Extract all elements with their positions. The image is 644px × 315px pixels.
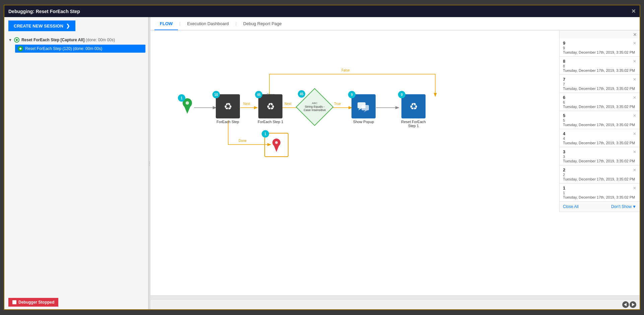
debugger-stopped-button[interactable]: Debugger Stopped: [8, 298, 58, 307]
arrow-icon: ❯: [66, 23, 70, 29]
end-box: 1: [264, 133, 288, 157]
notif-item-2-header: 2 ✕: [563, 167, 636, 172]
left-bottom: Debugger Stopped: [4, 295, 148, 309]
string-equals-text: ABC String Equals - Case Insensitive: [303, 102, 326, 112]
create-session-button[interactable]: CREATE NEW SESSION ❯: [8, 20, 75, 31]
notif-item-9-detail: 9: [563, 46, 636, 50]
svg-text:False: False: [341, 68, 350, 72]
notif-item-9: 9 ✕ 9 Tuesday, December 17th, 2019, 3:35…: [560, 39, 640, 57]
foreach-step-node[interactable]: 10 ♻ ForEach Step: [216, 94, 240, 124]
notif-item-5-close[interactable]: ✕: [633, 113, 636, 118]
notif-item-4-header: 4 ✕: [563, 131, 636, 136]
svg-point-20: [275, 141, 278, 144]
svg-marker-17: [364, 110, 367, 112]
content-area: CREATE NEW SESSION ❯ ▼ Reset ForEach Ste…: [4, 17, 640, 309]
show-popup-badge: 9: [348, 91, 356, 98]
svg-marker-19: [274, 145, 279, 152]
stop-icon: [12, 300, 16, 304]
recycle-icon-3: ♻: [409, 101, 418, 112]
notif-item-3: 3 ✕ 3 Tuesday, December 17th, 2019, 3:35…: [560, 147, 640, 165]
start-badge: 1: [178, 94, 185, 102]
show-popup-node[interactable]: 9 Show Popup: [351, 94, 376, 124]
notif-item-5: 5 ✕ 5 Tuesday, December 17th, 2019, 3:35…: [560, 111, 640, 129]
foreach-step1-node[interactable]: 45 ♻ ForEach Step 1: [258, 94, 283, 124]
reset-foreach-box: 9 ♻: [401, 94, 426, 118]
svg-marker-12: [184, 106, 191, 114]
tree-parent-icon: [14, 37, 19, 43]
svg-marker-15: [358, 108, 362, 110]
notif-item-8: 8 ✕ 8 Tuesday, December 17th, 2019, 3:35…: [560, 57, 640, 75]
foreach-step1-label: ForEach Step 1: [258, 120, 283, 124]
show-popup-box: 9: [351, 94, 376, 118]
tab-execution[interactable]: Execution Dashboard: [182, 17, 234, 30]
reset-foreach-label: Reset ForEach Step 1: [398, 120, 429, 128]
notif-item-9-close[interactable]: ✕: [633, 41, 636, 46]
step-back-icon: [624, 303, 627, 306]
debugger-stopped-label: Debugger Stopped: [18, 300, 54, 305]
string-equals-node[interactable]: 45 ABC String Equals - Case Insensitive: [301, 94, 328, 120]
notif-item-1-close[interactable]: ✕: [633, 186, 636, 191]
scrollbar[interactable]: [150, 295, 640, 299]
tab-divider-2: |: [236, 21, 237, 26]
notif-item-8-close[interactable]: ✕: [633, 59, 636, 64]
flow-canvas: Next Next True False: [150, 31, 640, 295]
notif-item-2-close[interactable]: ✕: [633, 168, 636, 172]
notif-header-close-icon[interactable]: ✕: [633, 32, 637, 37]
step-back-button[interactable]: [622, 301, 629, 308]
foreach-step-label: ForEach Step: [216, 120, 239, 124]
tab-debug-report[interactable]: Debug Report Page: [238, 17, 287, 30]
play-icon: [632, 303, 635, 306]
close-all-button[interactable]: Close All: [563, 204, 579, 209]
foreach-step-box: 10 ♻: [216, 94, 240, 118]
tree-child-item[interactable]: Reset ForEach Step (120) (done: 00m 00s): [15, 45, 145, 53]
notif-item-4: 4 ✕ 4 Tuesday, December 17th, 2019, 3:35…: [560, 129, 640, 147]
title-bar: Debugging: Reset ForEach Step ✕: [4, 5, 640, 17]
foreach-step1-badge: 45: [255, 91, 262, 98]
notif-item-7-header: 7 ✕: [563, 77, 636, 82]
notification-panel: ✕ 9 ✕ 9 Tuesday, December 17th, 2019, 3:…: [559, 31, 640, 212]
play-button[interactable]: [630, 301, 636, 308]
notif-item-9-header: 9 ✕: [563, 41, 636, 46]
bottom-bar: [150, 299, 640, 309]
svg-rect-16: [362, 105, 369, 110]
chevron-down-icon: ▼: [632, 204, 636, 209]
right-panel: FLOW | Execution Dashboard | Debug Repor…: [150, 17, 640, 309]
dont-show-button[interactable]: Don't Show ▼: [611, 204, 636, 209]
tree-toggle-icon[interactable]: ▼: [8, 38, 12, 42]
svg-point-13: [186, 101, 189, 105]
svg-text:True: True: [334, 102, 341, 106]
create-session-label: CREATE NEW SESSION: [14, 23, 63, 29]
svg-text:Next: Next: [284, 102, 292, 106]
tab-flow[interactable]: FLOW: [154, 17, 178, 30]
chat-bubbles-icon: [357, 100, 370, 113]
end-node[interactable]: 1: [264, 133, 288, 157]
notif-footer: Close All Don't Show ▼: [560, 202, 640, 212]
notif-item-3-header: 3 ✕: [563, 149, 636, 154]
notif-item-2: 2 ✕ 2 Tuesday, December 17th, 2019, 3:35…: [560, 165, 640, 183]
show-popup-label: Show Popup: [353, 120, 374, 124]
notif-item-4-close[interactable]: ✕: [633, 132, 636, 136]
start-node: 1: [181, 98, 193, 115]
window-title: Debugging: Reset ForEach Step: [8, 9, 80, 14]
svg-text:Done: Done: [239, 139, 247, 143]
notif-header: ✕: [560, 31, 640, 39]
recycle-icon-1: ♻: [224, 101, 232, 112]
foreach-step-badge: 10: [212, 91, 220, 98]
play-controls: [622, 301, 636, 308]
notif-item-3-close[interactable]: ✕: [633, 150, 636, 154]
reset-foreach-badge: 9: [398, 91, 405, 98]
foreach-step1-box: 45 ♻: [258, 94, 282, 118]
notif-item-9-timestamp: Tuesday, December 17th, 2019, 3:35:02 PM: [563, 50, 636, 54]
notif-item-1: 1 ✕ 1 Tuesday, December 17th, 2019, 3:35…: [560, 183, 640, 202]
reset-foreach-node[interactable]: 9 ♻ Reset ForEach Step 1: [398, 94, 429, 128]
tree-child-label: Reset ForEach Step (120) (done: 00m 00s): [25, 46, 102, 51]
tab-divider-1: |: [179, 21, 180, 26]
close-icon[interactable]: ✕: [631, 8, 636, 14]
notif-item-6-close[interactable]: ✕: [633, 95, 636, 100]
left-panel: CREATE NEW SESSION ❯ ▼ Reset ForEach Ste…: [4, 17, 148, 309]
end-pin-icon: [270, 137, 282, 153]
tabs-bar: FLOW | Execution Dashboard | Debug Repor…: [150, 17, 640, 31]
notif-item-8-header: 8 ✕: [563, 59, 636, 64]
tree-parent-item[interactable]: ▼ Reset ForEach Step [Capture All] (done…: [7, 36, 145, 44]
notif-item-7-close[interactable]: ✕: [633, 77, 636, 82]
